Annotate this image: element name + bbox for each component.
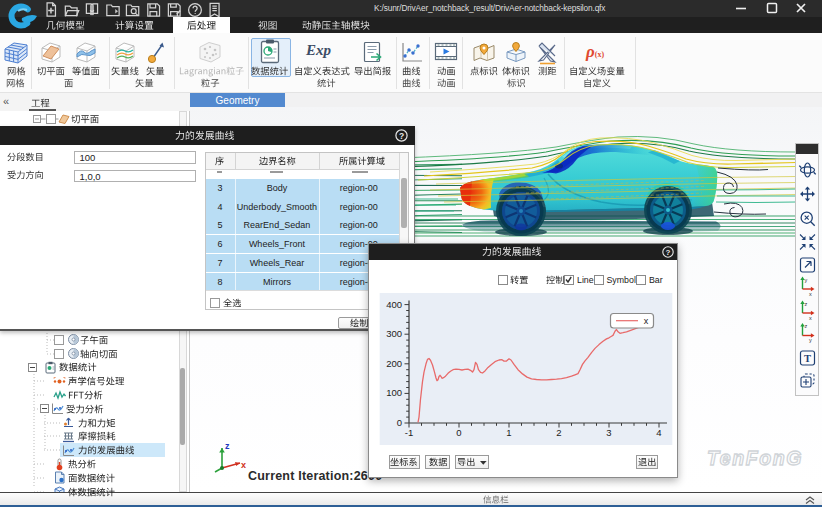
svg-text:400: 400 <box>386 299 402 310</box>
svg-text:2: 2 <box>556 427 561 438</box>
svg-text:0: 0 <box>456 427 461 438</box>
svg-text:z: z <box>805 323 808 329</box>
svg-text:3: 3 <box>606 427 611 438</box>
svg-text:x: x <box>809 315 812 321</box>
svg-text:y: y <box>809 337 812 343</box>
svg-text:?: ? <box>666 248 671 257</box>
svg-text:1: 1 <box>506 427 511 438</box>
svg-text:z: z <box>805 301 808 307</box>
svg-text:4: 4 <box>656 427 661 438</box>
svg-text:-1: -1 <box>405 427 413 438</box>
svg-text:x: x <box>809 291 812 297</box>
svg-text:0: 0 <box>397 417 402 428</box>
svg-text:x: x <box>241 460 246 470</box>
svg-text:z: z <box>225 441 230 451</box>
svg-text:100: 100 <box>386 387 402 398</box>
svg-text:300: 300 <box>386 328 402 339</box>
svg-text:200: 200 <box>386 358 402 369</box>
svg-text:x: x <box>644 316 649 326</box>
svg-text:?: ? <box>399 131 404 141</box>
svg-text:T: T <box>804 353 811 364</box>
svg-text:y: y <box>805 277 808 283</box>
